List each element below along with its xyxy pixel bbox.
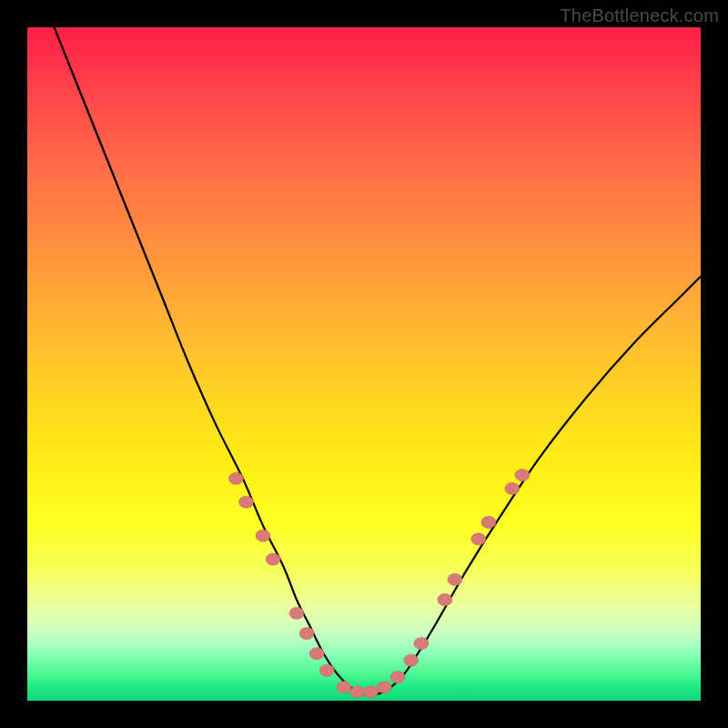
data-point bbox=[350, 686, 365, 698]
data-point bbox=[414, 638, 429, 650]
data-point bbox=[363, 686, 378, 698]
data-point bbox=[404, 654, 419, 666]
data-point bbox=[448, 573, 462, 585]
data-point bbox=[377, 682, 391, 693]
plot-area bbox=[27, 27, 701, 701]
data-point bbox=[299, 627, 314, 639]
data-point bbox=[319, 664, 334, 676]
data-point bbox=[337, 682, 351, 693]
watermark-text: TheBottleneck.com bbox=[560, 5, 719, 26]
data-point bbox=[239, 496, 254, 508]
data-point bbox=[289, 607, 304, 619]
data-point bbox=[471, 533, 486, 545]
data-point bbox=[515, 470, 530, 481]
curve-layer bbox=[27, 27, 701, 701]
data-point bbox=[481, 516, 496, 528]
data-point bbox=[505, 482, 520, 494]
data-point bbox=[309, 648, 324, 660]
chart-container: TheBottleneck.com bbox=[0, 0, 728, 728]
data-point-markers bbox=[228, 470, 530, 698]
data-point bbox=[438, 593, 452, 605]
data-point bbox=[266, 553, 280, 565]
data-point bbox=[390, 672, 405, 683]
data-point bbox=[256, 530, 270, 541]
data-point bbox=[228, 472, 243, 484]
bottleneck-curve bbox=[55, 27, 701, 695]
